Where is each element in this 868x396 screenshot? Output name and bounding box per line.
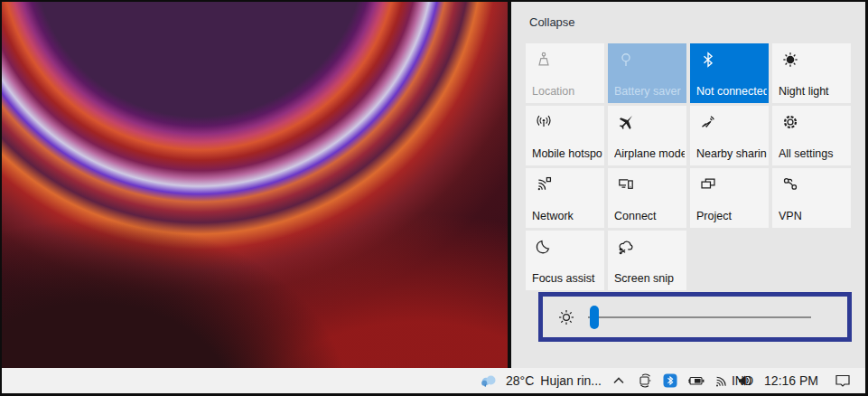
network-icon <box>536 176 552 193</box>
mobile-hotspot-icon <box>536 114 552 130</box>
tile-label: Network <box>532 210 602 222</box>
tile-label: Location <box>532 85 602 98</box>
display-sync-icon[interactable] <box>638 373 653 388</box>
weather-condition[interactable]: Hujan rin... <box>540 373 602 388</box>
tile-focus-assist[interactable]: Focus assist <box>526 231 604 290</box>
tile-night-light[interactable]: Night light <box>772 43 851 103</box>
tile-network[interactable]: Network <box>526 168 604 228</box>
tile-label: VPN <box>779 210 849 222</box>
tile-location[interactable]: Location <box>526 43 604 103</box>
tile-label: Nearby sharing <box>696 147 767 160</box>
tile-label: Airplane mode <box>614 147 685 160</box>
tile-project[interactable]: Project <box>690 168 769 228</box>
vpn-icon <box>782 176 798 193</box>
tile-vpn[interactable]: VPN <box>772 168 851 228</box>
tile-label: All settings <box>779 147 849 160</box>
nearby-sharing-icon <box>700 114 716 130</box>
taskbar: 28°C Hujan rin... <box>2 368 865 393</box>
tile-label: Mobile hotspot <box>532 147 602 160</box>
tile-label: Focus assist <box>532 272 602 285</box>
location-icon <box>536 52 552 68</box>
collapse-link[interactable]: Collapse <box>529 15 575 29</box>
brightness-sun-icon <box>557 308 575 326</box>
quick-actions-grid: Location Battery saver Not connected <box>526 43 851 290</box>
tile-mobile-hotspot[interactable]: Mobile hotspot <box>526 106 604 165</box>
project-icon <box>700 176 716 193</box>
weather-temperature[interactable]: 28°C <box>506 373 534 388</box>
airplane-icon <box>618 114 634 130</box>
night-light-icon <box>782 52 798 68</box>
tile-nearby-sharing[interactable]: Nearby sharing <box>690 106 769 165</box>
tile-all-settings[interactable]: All settings <box>772 106 851 165</box>
tile-connect[interactable]: Connect <box>608 168 686 228</box>
tile-airplane-mode[interactable]: Airplane mode <box>608 106 686 165</box>
action-center-panel: Collapse Location Battery saver <box>511 2 865 368</box>
bluetooth-icon <box>700 52 716 68</box>
brightness-slider-track[interactable] <box>588 316 811 318</box>
tile-label: Screen snip <box>614 272 685 285</box>
weather-icon <box>479 372 499 389</box>
tile-label: Not connected <box>696 85 767 98</box>
clock[interactable]: 12:16 PM <box>764 373 818 388</box>
tile-screen-snip[interactable]: Screen snip <box>608 231 686 290</box>
desktop-wallpaper <box>2 2 508 368</box>
connect-icon <box>618 176 634 193</box>
battery-saver-icon <box>618 52 634 68</box>
tile-label: Connect <box>614 210 685 222</box>
tile-label: Night light <box>779 85 849 98</box>
tile-bluetooth-not-connected[interactable]: Not connected <box>690 43 769 103</box>
bluetooth-tray-icon[interactable] <box>663 373 677 388</box>
brightness-slider[interactable] <box>588 306 811 329</box>
focus-assist-icon <box>536 239 552 255</box>
brightness-slider-annotation-box <box>538 292 852 342</box>
screen-snip-icon <box>618 239 634 255</box>
language-indicator[interactable]: IND <box>732 373 753 388</box>
wifi-icon[interactable] <box>714 374 729 388</box>
settings-gear-icon <box>782 114 798 130</box>
tile-battery-saver[interactable]: Battery saver <box>608 43 686 103</box>
battery-charging-icon[interactable] <box>687 374 705 387</box>
tile-label: Battery saver <box>614 85 685 98</box>
tile-label: Project <box>696 210 767 222</box>
notification-center-icon[interactable] <box>835 373 851 388</box>
brightness-slider-thumb[interactable] <box>590 306 599 329</box>
hidden-icons-chevron-icon[interactable] <box>611 374 626 387</box>
